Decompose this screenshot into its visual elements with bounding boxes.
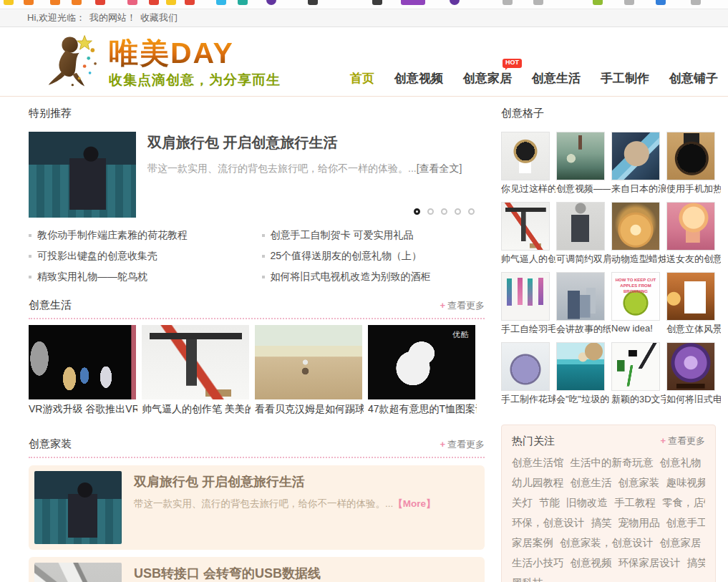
- tag-link[interactable]: 关灯: [512, 497, 533, 508]
- article-card-image[interactable]: [34, 471, 122, 544]
- nav-item-creative-life[interactable]: 创意生活: [532, 70, 581, 87]
- tag-link[interactable]: 节能: [539, 497, 560, 508]
- grid-item-caption[interactable]: 使用手机加热: [666, 183, 721, 195]
- tag-link[interactable]: 宠物用品: [618, 517, 660, 528]
- bookmark-icon[interactable]: [593, 0, 603, 5]
- nav-item-home[interactable]: 首页: [350, 70, 374, 87]
- site-logo[interactable]: 唯美DAY 收集点滴创意，为分享而生: [44, 31, 281, 92]
- bookmark-icon[interactable]: [533, 0, 543, 5]
- bookmark-icon[interactable]: [149, 0, 159, 5]
- tag-link[interactable]: 生活小技巧: [512, 557, 564, 568]
- grid-item-image[interactable]: [666, 342, 715, 391]
- grid-item-caption[interactable]: 创意视频——: [556, 183, 611, 195]
- tag-link[interactable]: 创意家装，创意设计: [560, 537, 654, 548]
- grid-item-image[interactable]: [611, 342, 660, 391]
- grid-item-caption[interactable]: 如何将旧式电视: [666, 393, 721, 406]
- grid-item-caption[interactable]: 可调简约双肩包: [556, 253, 611, 266]
- nav-item-creative-video[interactable]: 创意视频: [394, 70, 443, 87]
- tag-link[interactable]: 家居案例: [512, 537, 553, 548]
- bookmark-icon[interactable]: [24, 0, 34, 5]
- bookmark-icon[interactable]: [238, 0, 248, 5]
- tag-link[interactable]: 创意家居: [660, 537, 702, 548]
- carousel-dot[interactable]: [468, 208, 475, 215]
- video-caption[interactable]: VR游戏升级 谷歌推出VR绘画: [29, 403, 137, 416]
- tag-link[interactable]: 手工教程: [614, 497, 656, 508]
- grid-item-image[interactable]: [666, 202, 715, 251]
- video-caption[interactable]: 47款超有意思的T恤图案设计: [368, 403, 477, 416]
- tag-link[interactable]: 创意生活馆: [512, 457, 564, 468]
- bookmark-icon[interactable]: [656, 0, 666, 5]
- news-link[interactable]: 创意手工自制贺卡 可爱实用礼品: [271, 229, 414, 242]
- featured-article-image[interactable]: [29, 132, 136, 218]
- bookmark-icon[interactable]: [216, 0, 226, 5]
- video-thumbnail[interactable]: [29, 325, 136, 399]
- bookmark-icon[interactable]: [185, 0, 195, 5]
- grid-item-image[interactable]: [666, 272, 715, 321]
- carousel-dot[interactable]: [414, 208, 420, 215]
- bookmark-icon[interactable]: [401, 0, 425, 5]
- grid-item-image[interactable]: [501, 132, 550, 180]
- bookmark-icon[interactable]: [4, 0, 14, 5]
- tag-link[interactable]: 零食，店铺: [662, 497, 705, 508]
- tag-link[interactable]: 创意生活: [571, 477, 612, 488]
- grid-item-caption[interactable]: 送女友的创意礼物: [666, 253, 721, 266]
- grid-item-caption[interactable]: 创意立体风景: [666, 323, 721, 336]
- tag-link[interactable]: 幼儿园教程: [512, 477, 564, 488]
- grid-item-caption[interactable]: New idea!: [611, 323, 666, 334]
- carousel-dot[interactable]: [427, 208, 434, 215]
- tag-link[interactable]: 黑科技: [512, 577, 543, 582]
- read-full-link[interactable]: [查看全文]: [417, 163, 462, 174]
- article-card-title[interactable]: 双肩旅行包 开启创意旅行生活: [134, 473, 436, 490]
- bookmark-icon[interactable]: [50, 0, 60, 5]
- video-caption[interactable]: 帅气逼人的创作笔 美美的享受: [142, 403, 251, 416]
- article-card-title[interactable]: USB转接口 会转弯的USB数据线: [134, 565, 388, 582]
- nav-item-creative-home[interactable]: 创意家居 HOT: [463, 70, 512, 87]
- article-card-image[interactable]: [34, 563, 122, 582]
- grid-item-image[interactable]: [556, 342, 605, 391]
- grid-item-image[interactable]: [501, 272, 550, 321]
- grid-item-caption[interactable]: 新颖的3D文字: [611, 393, 666, 406]
- bookmark-icon[interactable]: [372, 0, 382, 5]
- grid-item-image[interactable]: [501, 202, 550, 251]
- tag-link[interactable]: 环保家居设计: [618, 557, 681, 568]
- tag-link[interactable]: 趣味视频: [666, 477, 706, 488]
- my-site-link[interactable]: 我的网站！: [89, 11, 136, 24]
- bookmark-icon[interactable]: [503, 0, 513, 5]
- bookmark-icon[interactable]: [691, 0, 701, 5]
- bookmark-icon[interactable]: [166, 0, 176, 5]
- bookmark-icon[interactable]: [72, 0, 82, 5]
- grid-item-image[interactable]: [666, 132, 715, 180]
- news-link[interactable]: 如何将旧式电视机改造为别致的酒柜: [271, 271, 431, 283]
- favorite-us-link[interactable]: 收藏我们: [140, 11, 178, 24]
- grid-item-caption[interactable]: 动物造型蜡烛: [611, 253, 666, 266]
- grid-item-image[interactable]: [611, 132, 660, 180]
- grid-item-caption[interactable]: 你见过这样的: [501, 183, 555, 195]
- bookmark-icon[interactable]: [266, 0, 276, 5]
- grid-item-caption[interactable]: 会讲故事的纸: [556, 323, 611, 336]
- nav-item-creative-shop[interactable]: 创意铺子: [669, 70, 718, 87]
- video-thumbnail[interactable]: [142, 325, 249, 399]
- see-more-link[interactable]: +查看更多: [440, 299, 485, 312]
- bookmark-icon[interactable]: [450, 0, 460, 5]
- tag-link[interactable]: 生活中的新奇玩意: [571, 457, 654, 468]
- carousel-dot[interactable]: [441, 208, 447, 215]
- grid-item-image[interactable]: [501, 342, 550, 391]
- grid-item-image[interactable]: HOW TO KEEP CUT APPLES FROM BROWNING: [611, 272, 660, 321]
- grid-item-caption[interactable]: 会"吃"垃圾的: [556, 393, 611, 406]
- tag-link[interactable]: 创意视频: [571, 557, 612, 568]
- grid-item-caption[interactable]: 帅气逼人的创作笔: [501, 253, 555, 266]
- tag-link[interactable]: 搞笑视频: [687, 557, 706, 568]
- video-thumbnail[interactable]: [255, 325, 362, 399]
- grid-item-image[interactable]: [556, 132, 605, 180]
- tag-link[interactable]: 创意家装: [618, 477, 660, 488]
- news-link[interactable]: 精致实用礼物——鸵鸟枕: [37, 271, 147, 283]
- tag-link[interactable]: 创意礼物: [660, 457, 702, 468]
- grid-item-caption[interactable]: 来自日本的浪: [611, 183, 666, 195]
- bookmark-icon[interactable]: [624, 0, 634, 5]
- grid-item-caption[interactable]: 手工自绘羽毛: [501, 323, 555, 336]
- news-link[interactable]: 25个值得送朋友的创意礼物（上）: [271, 250, 422, 263]
- see-more-link[interactable]: +查看更多: [440, 438, 485, 451]
- video-thumbnail[interactable]: 优酷: [368, 325, 475, 399]
- bookmark-icon[interactable]: [127, 0, 137, 5]
- carousel-dot[interactable]: [455, 208, 461, 215]
